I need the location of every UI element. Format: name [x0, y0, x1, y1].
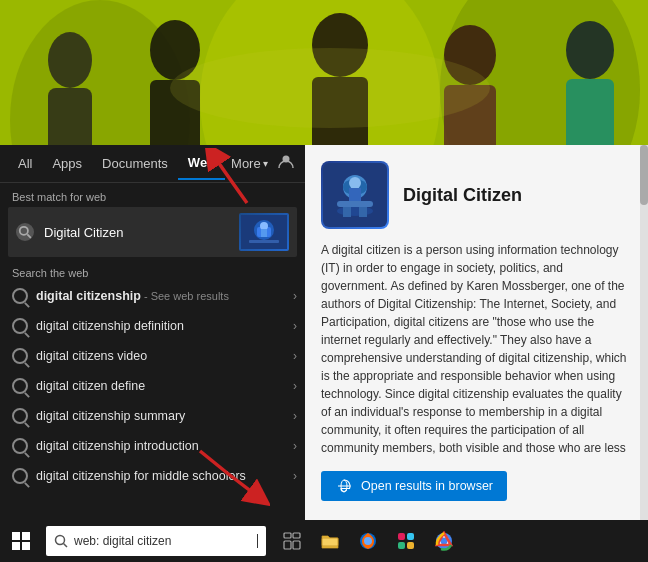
chevron-down-icon: ▾: [263, 158, 268, 169]
taskbar-icons: [274, 520, 462, 562]
firefox-button[interactable]: [350, 520, 386, 562]
best-match-text: Digital Citizen: [44, 225, 229, 240]
svg-rect-23: [249, 240, 279, 243]
result-text: digital citizenship introduction: [36, 439, 285, 453]
svg-rect-22: [261, 229, 267, 237]
text-cursor: [257, 534, 258, 548]
chevron-right-icon: ›: [293, 379, 297, 393]
taskbar-search-bar[interactable]: web: digital citizen: [46, 526, 266, 556]
svg-point-12: [566, 21, 614, 79]
svg-rect-43: [284, 533, 291, 538]
chevron-right-icon: ›: [293, 469, 297, 483]
tab-bar: All Apps Documents Web More ▾ ···: [0, 145, 305, 183]
result-text: digital citizenship for middle schoolers: [36, 469, 285, 483]
svg-line-17: [27, 234, 31, 238]
right-panel: Digital Citizen A digital citizen is a p…: [305, 145, 648, 560]
svg-rect-28: [349, 188, 361, 202]
best-match-label: Best match for web: [0, 183, 305, 207]
result-text: digital citizenship summary: [36, 409, 285, 423]
svg-point-41: [56, 536, 65, 545]
result-text: digital citizenship definition: [36, 319, 285, 333]
svg-rect-39: [12, 542, 20, 550]
svg-rect-32: [359, 207, 367, 217]
result-item[interactable]: digital citizen define ›: [0, 371, 305, 401]
search-icon: [12, 318, 28, 334]
svg-rect-52: [398, 542, 405, 549]
chrome-button[interactable]: [426, 520, 462, 562]
user-icon[interactable]: [274, 150, 298, 177]
result-text: digital citizens video: [36, 349, 285, 363]
svg-rect-44: [293, 533, 300, 538]
right-panel-title: Digital Citizen: [403, 185, 522, 206]
chevron-right-icon: ›: [293, 349, 297, 363]
tab-all[interactable]: All: [8, 148, 42, 179]
search-web-label: Search the web: [0, 261, 305, 281]
chevron-right-icon: ›: [293, 439, 297, 453]
result-item[interactable]: digital citizenship definition ›: [0, 311, 305, 341]
svg-point-49: [364, 537, 372, 545]
result-item[interactable]: digital citizenship introduction ›: [0, 431, 305, 461]
results-list: digital citizenship - See web results › …: [0, 281, 305, 560]
search-icon: [12, 348, 28, 364]
scrollbar[interactable]: [640, 145, 648, 560]
search-icon: [12, 288, 28, 304]
best-match-row[interactable]: Digital Citizen: [8, 207, 297, 257]
svg-rect-37: [12, 532, 20, 540]
svg-rect-51: [407, 533, 414, 540]
tab-apps[interactable]: Apps: [42, 148, 92, 179]
search-icon: [12, 468, 28, 484]
svg-rect-47: [322, 538, 338, 546]
file-explorer-button[interactable]: [312, 520, 348, 562]
search-icon: [12, 438, 28, 454]
best-match-thumbnail: [239, 213, 289, 251]
svg-rect-40: [22, 542, 30, 550]
slack-button[interactable]: [388, 520, 424, 562]
svg-point-14: [170, 48, 490, 128]
taskbar: web: digital citizen: [0, 520, 648, 562]
tab-web[interactable]: Web: [178, 147, 225, 180]
scrollbar-thumb[interactable]: [640, 145, 648, 205]
taskbar-search-icon: [54, 534, 68, 548]
search-icon-small: [16, 223, 34, 241]
result-item[interactable]: digital citizenship for middle schoolers…: [0, 461, 305, 491]
svg-rect-45: [284, 541, 291, 549]
result-text: digital citizen define: [36, 379, 285, 393]
open-browser-button[interactable]: Open results in browser: [321, 471, 507, 501]
svg-rect-30: [337, 201, 373, 207]
result-item[interactable]: digital citizenship summary ›: [0, 401, 305, 431]
svg-rect-46: [293, 541, 300, 549]
chevron-right-icon: ›: [293, 319, 297, 333]
svg-point-27: [349, 177, 361, 189]
tab-more[interactable]: More ▾: [225, 148, 274, 179]
task-view-button[interactable]: [274, 520, 310, 562]
right-panel-header: Digital Citizen: [321, 161, 632, 229]
search-panel: All Apps Documents Web More ▾ ··· Best m…: [0, 145, 305, 560]
svg-rect-38: [22, 532, 30, 540]
search-icon: [12, 408, 28, 424]
svg-point-16: [20, 227, 28, 235]
svg-rect-50: [398, 533, 405, 540]
chevron-right-icon: ›: [293, 289, 297, 303]
svg-rect-53: [407, 542, 414, 549]
tab-documents[interactable]: Documents: [92, 148, 178, 179]
taskbar-search-text: web: digital citizen: [74, 534, 251, 548]
result-item[interactable]: digital citizens video ›: [0, 341, 305, 371]
right-panel-description: A digital citizen is a person using info…: [321, 241, 632, 461]
screenshot-container: All Apps Documents Web More ▾ ··· Best m…: [0, 0, 648, 562]
result-text: digital citizenship - See web results: [36, 289, 285, 303]
start-button[interactable]: [0, 520, 42, 562]
chevron-right-icon: ›: [293, 409, 297, 423]
search-icon: [12, 378, 28, 394]
digital-citizen-logo: [321, 161, 389, 229]
svg-rect-31: [343, 207, 351, 217]
svg-line-42: [64, 544, 68, 548]
svg-point-29: [337, 206, 373, 216]
result-item[interactable]: digital citizenship - See web results ›: [0, 281, 305, 311]
svg-point-21: [260, 222, 268, 230]
open-browser-label: Open results in browser: [361, 479, 493, 493]
svg-point-4: [48, 32, 92, 88]
